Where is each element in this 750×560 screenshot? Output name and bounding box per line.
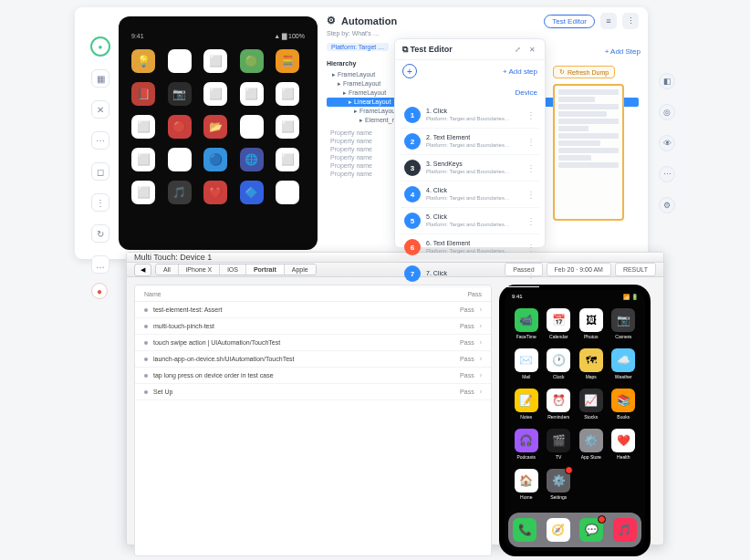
dock-app-icon[interactable]: 🎵 bbox=[613, 518, 637, 542]
rail-home-icon[interactable]: ◻ bbox=[91, 162, 109, 181]
device-link[interactable]: Device bbox=[516, 88, 537, 97]
back-button[interactable]: ◀ bbox=[134, 264, 151, 276]
segment-ios[interactable]: iOS bbox=[220, 264, 246, 275]
step-more-icon[interactable]: ⋮ bbox=[526, 190, 536, 200]
ios-app-icon[interactable]: ⏰ bbox=[547, 389, 570, 412]
ios-app-icon[interactable]: 🖼 bbox=[579, 308, 603, 332]
ios-app-icon[interactable]: ⚙️ bbox=[579, 429, 603, 452]
result-text: launch-app-on-device.sh/UIAutomation/Tou… bbox=[153, 356, 294, 362]
step-row[interactable]: 3 3. SendKeysPlatform: Target and Bounda… bbox=[401, 155, 539, 181]
android-app-icon[interactable]: 🟢 bbox=[240, 49, 264, 73]
result-row[interactable]: touch swipe action | UIAutomation/TouchT… bbox=[135, 335, 491, 351]
android-app-icon[interactable]: ⬜ bbox=[131, 148, 155, 171]
add-step-circle-button[interactable]: + bbox=[402, 64, 417, 78]
right-rail-code-icon[interactable]: ⋯ bbox=[659, 166, 675, 182]
rail-more-icon[interactable]: ⋮ bbox=[91, 193, 109, 212]
add-step-link-small[interactable]: + Add step bbox=[503, 67, 537, 76]
ios-app-icon[interactable]: 🗺 bbox=[579, 348, 603, 372]
android-app-icon[interactable]: 🎙 bbox=[168, 49, 192, 73]
step-row[interactable]: 4 4. ClickPlatform: Target and Boundarie… bbox=[401, 181, 539, 208]
android-app-icon[interactable]: ⬜ bbox=[131, 115, 155, 139]
step-row[interactable]: 6 6. Text ElementPlatform: Target and Bo… bbox=[401, 234, 539, 261]
step-row[interactable]: 2 2. Text ElementPlatform: Target and Bo… bbox=[401, 129, 539, 155]
add-step-link[interactable]: + Add Step bbox=[553, 47, 641, 56]
android-app-icon[interactable]: 🖼 bbox=[240, 115, 264, 139]
dump-preview[interactable] bbox=[553, 84, 624, 221]
editor-close-icon[interactable]: ✕ bbox=[526, 44, 537, 55]
ios-app-icon[interactable]: 📚 bbox=[611, 389, 635, 412]
android-app-icon[interactable]: 🛍 bbox=[168, 148, 192, 171]
editor-expand-icon[interactable]: ⤢ bbox=[512, 44, 523, 55]
result-row[interactable]: Set UpPass› bbox=[135, 384, 491, 400]
ios-app-icon[interactable]: ❤️ bbox=[611, 429, 635, 452]
segment-iphone-x[interactable]: iPhone X bbox=[179, 264, 220, 275]
segment-all[interactable]: All bbox=[156, 264, 179, 275]
step-more-icon[interactable]: ⋮ bbox=[526, 243, 536, 253]
ios-app-icon[interactable]: 🎬 bbox=[547, 429, 570, 452]
android-app-icon[interactable]: ⬜ bbox=[276, 82, 299, 106]
ios-app-icon[interactable]: 🎧 bbox=[515, 429, 538, 452]
right-rail-settings-icon[interactable]: ⚙ bbox=[659, 197, 675, 213]
step-more-icon[interactable]: ⋮ bbox=[526, 137, 536, 147]
ios-app-icon[interactable]: 📈 bbox=[579, 389, 603, 412]
android-app-icon[interactable]: 📕 bbox=[131, 82, 155, 106]
ios-app-icon[interactable]: ☁️ bbox=[611, 348, 635, 372]
filter-segments[interactable]: AlliPhone XiOSPortraitApple bbox=[155, 264, 317, 275]
ios-app-icon[interactable]: 🕐 bbox=[547, 348, 570, 372]
step-more-icon[interactable]: ⋮ bbox=[526, 163, 536, 173]
rail-ellipsis-icon[interactable]: … bbox=[91, 255, 109, 274]
right-rail-eye-icon[interactable]: 👁 bbox=[659, 135, 675, 151]
android-app-icon[interactable]: ⬜ bbox=[276, 115, 299, 139]
android-app-icon[interactable]: 🔵 bbox=[203, 148, 227, 171]
rail-record-icon[interactable]: ● bbox=[91, 283, 108, 299]
rail-chevron-icon[interactable]: ⋯ bbox=[91, 131, 109, 150]
test-editor-button[interactable]: Test Editor bbox=[544, 15, 595, 28]
refresh-dump-button[interactable]: ↻Refresh Dump bbox=[553, 66, 615, 78]
ios-app-icon[interactable]: 🏠 bbox=[515, 469, 538, 493]
segment-apple[interactable]: Apple bbox=[285, 264, 316, 275]
result-row[interactable]: multi-touch-pinch-testPass› bbox=[135, 318, 491, 335]
ios-app-icon[interactable]: 📅 bbox=[547, 308, 570, 332]
step-row[interactable]: 5 5. ClickPlatform: Target and Boundarie… bbox=[401, 208, 539, 234]
menu-icon[interactable]: ≡ bbox=[600, 13, 617, 29]
rail-grid-icon[interactable]: ▦ bbox=[91, 69, 109, 88]
android-app-icon[interactable]: 💡 bbox=[131, 49, 155, 73]
android-app-icon[interactable]: ⬜ bbox=[240, 82, 264, 106]
android-app-icon[interactable]: 🧮 bbox=[276, 49, 299, 73]
android-app-icon[interactable]: ⬜ bbox=[203, 82, 227, 106]
android-app-icon[interactable]: 🎵 bbox=[168, 181, 192, 204]
step-more-icon[interactable]: ⋮ bbox=[526, 110, 536, 120]
step-row[interactable]: 1 1. ClickPlatform: Target and Boundarie… bbox=[401, 102, 539, 129]
step-more-icon[interactable]: ⋮ bbox=[526, 269, 536, 279]
ios-app-icon[interactable]: 📹 bbox=[515, 308, 538, 332]
segment-portrait[interactable]: Portrait bbox=[246, 264, 285, 275]
android-app-icon[interactable]: 🔴 bbox=[168, 115, 192, 139]
android-app-icon[interactable]: 📂 bbox=[203, 115, 227, 139]
dock-app-icon[interactable]: 🧭 bbox=[547, 518, 570, 542]
android-app-icon[interactable] bbox=[276, 181, 299, 204]
rail-close-icon[interactable]: ✕ bbox=[91, 100, 109, 119]
step-more-icon[interactable]: ⋮ bbox=[526, 216, 536, 226]
android-app-icon[interactable]: ❤️ bbox=[203, 181, 227, 204]
android-app-icon[interactable]: ⬜ bbox=[203, 49, 227, 73]
dock-app-icon[interactable]: 📞 bbox=[513, 518, 536, 542]
chevron-right-icon: › bbox=[480, 339, 482, 346]
step-row[interactable]: 7 7. Click ⋮ bbox=[401, 261, 539, 287]
ios-app-icon[interactable]: 📝 bbox=[515, 389, 538, 412]
rail-sync-icon[interactable]: ↻ bbox=[91, 224, 109, 243]
ios-app-icon[interactable]: ✉️ bbox=[515, 348, 538, 372]
result-row[interactable]: test-element-test: AssertPass› bbox=[135, 302, 491, 318]
more-icon[interactable]: ⋮ bbox=[622, 13, 639, 29]
ios-app-icon[interactable]: ⚙️ bbox=[547, 469, 570, 493]
result-row[interactable]: launch-app-on-device.sh/UIAutomation/Tou… bbox=[135, 351, 491, 368]
result-row[interactable]: tap long press on device order in test c… bbox=[135, 368, 491, 384]
right-rail-target-icon[interactable]: ◎ bbox=[659, 104, 675, 120]
android-app-icon[interactable]: 🌐 bbox=[240, 148, 264, 171]
android-app-icon[interactable]: 📷 bbox=[168, 82, 192, 106]
ios-app-icon[interactable]: 📷 bbox=[611, 308, 635, 332]
android-app-icon[interactable]: ⬜ bbox=[276, 148, 299, 171]
dock-app-icon[interactable]: 💬 bbox=[579, 518, 603, 542]
right-rail-layers-icon[interactable]: ◧ bbox=[659, 73, 675, 89]
android-app-icon[interactable]: 🔷 bbox=[240, 181, 264, 204]
android-app-icon[interactable]: ⬜ bbox=[131, 181, 155, 204]
